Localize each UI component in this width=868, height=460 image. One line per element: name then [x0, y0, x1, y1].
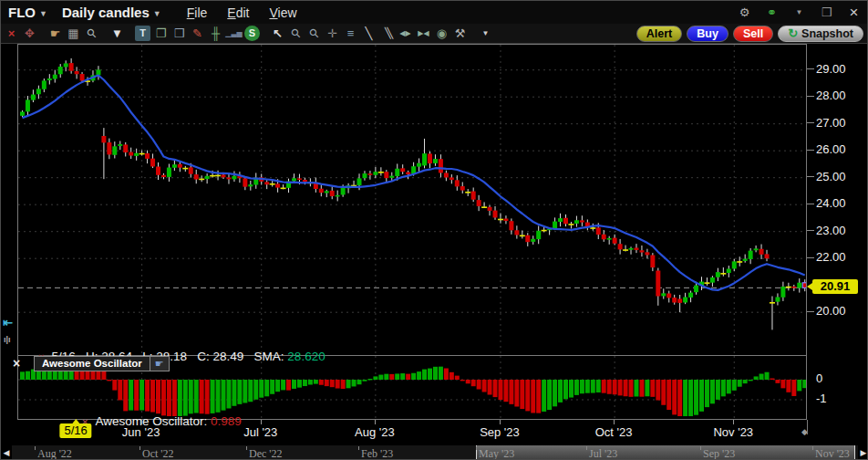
- ao-bar[interactable]: [460, 380, 465, 381]
- candle[interactable]: [297, 178, 302, 180]
- timeframe-dropdown-icon[interactable]: ▼: [153, 9, 161, 18]
- crosshair-tool-icon[interactable]: ✛: [325, 26, 340, 41]
- candle[interactable]: [167, 168, 171, 177]
- candle[interactable]: [42, 80, 46, 89]
- candle[interactable]: [417, 163, 421, 167]
- candle[interactable]: [336, 195, 340, 197]
- ao-bar[interactable]: [591, 380, 595, 393]
- doji-candle[interactable]: [590, 227, 595, 229]
- candle[interactable]: [791, 287, 796, 288]
- ao-bar[interactable]: [607, 380, 612, 394]
- candle[interactable]: [80, 74, 85, 80]
- main-chart-panel[interactable]: [17, 44, 807, 356]
- ao-bar[interactable]: [786, 380, 790, 392]
- ao-bar[interactable]: [270, 380, 274, 394]
- ao-bar[interactable]: [699, 380, 704, 412]
- candle[interactable]: [531, 239, 535, 242]
- candle[interactable]: [222, 174, 226, 177]
- ao-bar[interactable]: [705, 380, 709, 407]
- symbol-selector[interactable]: FLO: [8, 5, 36, 20]
- ao-bar[interactable]: [716, 380, 720, 400]
- candle[interactable]: [580, 220, 584, 222]
- ao-bar[interactable]: [791, 380, 796, 396]
- ao-bar[interactable]: [677, 380, 682, 416]
- ao-bar[interactable]: [503, 380, 508, 402]
- doji-candle[interactable]: [215, 175, 221, 177]
- candle[interactable]: [156, 167, 160, 175]
- candle[interactable]: [161, 175, 166, 177]
- ao-bar[interactable]: [760, 374, 764, 380]
- mini-candles-icon[interactable]: ı|ı: [4, 335, 11, 344]
- ao-bar[interactable]: [373, 376, 377, 380]
- ao-bar[interactable]: [450, 372, 454, 380]
- symbol-dropdown-icon[interactable]: ▼: [39, 9, 47, 18]
- ao-bar[interactable]: [308, 380, 313, 384]
- menu-file[interactable]: File: [187, 5, 208, 20]
- ao-bar[interactable]: [770, 379, 774, 380]
- candle[interactable]: [514, 230, 519, 235]
- candle[interactable]: [613, 238, 617, 244]
- candle[interactable]: [760, 249, 764, 255]
- ao-bar[interactable]: [743, 380, 748, 383]
- doji-candle[interactable]: [786, 287, 791, 288]
- settings-gear-icon[interactable]: ⚙: [737, 5, 752, 20]
- candle[interactable]: [112, 146, 117, 154]
- doji-candle[interactable]: [520, 235, 525, 237]
- ao-bar[interactable]: [314, 380, 318, 384]
- ao-bar[interactable]: [362, 380, 367, 382]
- ao-bar[interactable]: [525, 380, 530, 411]
- ao-bar[interactable]: [683, 380, 687, 416]
- candle[interactable]: [395, 169, 399, 176]
- titlebar-dropdown-icon[interactable]: ▼: [791, 5, 807, 20]
- candle[interactable]: [677, 298, 682, 302]
- ao-bar[interactable]: [514, 380, 519, 407]
- ao-bar[interactable]: [395, 373, 399, 380]
- ao-bar[interactable]: [428, 369, 432, 380]
- candle[interactable]: [330, 191, 335, 196]
- ao-bar[interactable]: [721, 380, 726, 396]
- timeframe-selector[interactable]: Daily candles: [62, 5, 150, 20]
- candle[interactable]: [553, 222, 557, 229]
- candle[interactable]: [602, 235, 606, 239]
- candle[interactable]: [558, 218, 563, 222]
- ao-bar[interactable]: [303, 380, 307, 386]
- oscillator-header[interactable]: Awesome Oscillator ☛: [34, 356, 170, 371]
- candle[interactable]: [189, 167, 193, 173]
- candle[interactable]: [710, 277, 715, 283]
- candle[interactable]: [488, 207, 492, 211]
- candle[interactable]: [585, 223, 590, 226]
- ao-bar[interactable]: [694, 380, 698, 415]
- scrollbar-thumb[interactable]: [476, 445, 855, 460]
- ao-bar[interactable]: [455, 376, 460, 380]
- candle[interactable]: [194, 174, 199, 179]
- ao-bar[interactable]: [542, 380, 546, 412]
- candle[interactable]: [455, 180, 460, 186]
- candle[interactable]: [797, 283, 801, 288]
- candle[interactable]: [172, 164, 177, 168]
- maximize-icon[interactable]: ❒: [819, 5, 834, 20]
- candle[interactable]: [650, 256, 655, 268]
- ao-bar[interactable]: [325, 380, 329, 386]
- ao-bar[interactable]: [330, 380, 335, 387]
- candle[interactable]: [36, 89, 41, 94]
- ao-bar[interactable]: [107, 380, 111, 381]
- pointer-hand-icon[interactable]: ☛: [150, 356, 170, 371]
- candle[interactable]: [727, 269, 731, 274]
- chart-add-icon[interactable]: ❐: [153, 26, 169, 41]
- ao-bar[interactable]: [618, 380, 623, 395]
- candle[interactable]: [607, 238, 612, 240]
- ao-bar[interactable]: [738, 380, 742, 387]
- price-scale-arrow-icon[interactable]: ⇤: [3, 316, 13, 329]
- doji-candle[interactable]: [481, 206, 487, 208]
- hand-tool-icon[interactable]: ☛: [47, 26, 63, 41]
- candle[interactable]: [450, 177, 454, 180]
- candle[interactable]: [743, 259, 748, 261]
- candle[interactable]: [292, 178, 296, 181]
- candle[interactable]: [656, 270, 660, 296]
- ao-bar[interactable]: [710, 380, 715, 403]
- scroll-right-button[interactable]: ▶: [858, 445, 868, 460]
- sell-button[interactable]: Sell: [733, 26, 773, 42]
- candle[interactable]: [232, 176, 236, 180]
- ao-bar[interactable]: [292, 380, 296, 389]
- sma-line[interactable]: [23, 76, 805, 290]
